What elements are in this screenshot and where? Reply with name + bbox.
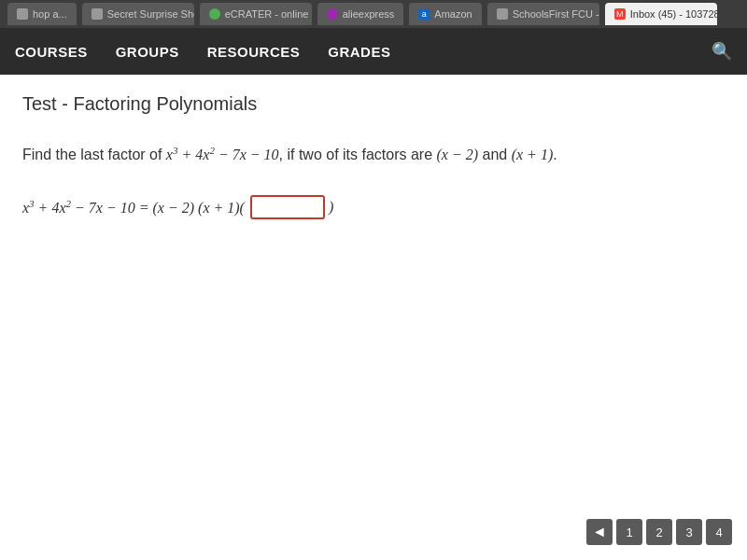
equation-row: x3 + 4x2 − 7x − 10 = (x − 2) (x + 1)( ): [22, 195, 725, 219]
tab-2-icon: [92, 8, 103, 20]
pagination: ◄ 1 2 3 4: [586, 519, 732, 545]
tab-2[interactable]: Secret Surprise Shop: [82, 3, 194, 25]
tab-1[interactable]: hop a...: [7, 3, 77, 25]
page-3-button[interactable]: 3: [676, 519, 702, 545]
nav-bar: COURSES GROUPS RESOURCES GRADES 🔍: [0, 28, 747, 75]
tab-5[interactable]: a Amazon: [409, 3, 481, 25]
nav-courses[interactable]: COURSES: [15, 44, 88, 60]
page-title: Test - Factoring Polynomials: [22, 93, 725, 115]
browser-tab-bar: hop a... Secret Surprise Shop eCRATER - …: [0, 0, 747, 28]
tab-3-icon: [209, 8, 220, 20]
main-content: Test - Factoring Polynomials Find the la…: [0, 75, 747, 560]
tab-7-icon: M: [614, 8, 626, 20]
prev-page-button[interactable]: ◄: [586, 519, 613, 545]
tab-4[interactable]: alieexpress: [317, 3, 404, 25]
page-4-button[interactable]: 4: [706, 519, 732, 545]
tab-5-icon: a: [418, 8, 430, 20]
tab-7[interactable]: M Inbox (45) - 103728...: [605, 3, 717, 25]
tab-6-icon: [497, 8, 508, 20]
question-text: Find the last factor of x3 + 4x2 − 7x − …: [22, 143, 725, 167]
math-expression: x3 + 4x2 − 7x − 10: [166, 147, 279, 162]
search-icon[interactable]: 🔍: [712, 41, 732, 62]
tab-1-icon: [17, 8, 28, 20]
tab-3[interactable]: eCRATER - online m...: [200, 3, 312, 25]
nav-groups[interactable]: GROUPS: [116, 44, 179, 60]
page-2-button[interactable]: 2: [646, 519, 672, 545]
page-1-button[interactable]: 1: [616, 519, 642, 545]
equation-close: ): [329, 199, 333, 216]
answer-input[interactable]: [250, 195, 325, 219]
nav-resources[interactable]: RESOURCES: [207, 44, 301, 60]
tab-6[interactable]: SchoolsFirst FCU -...: [487, 3, 599, 25]
nav-grades[interactable]: GRADES: [328, 44, 390, 60]
tab-4-icon: [327, 8, 338, 20]
equation-lhs: x3 + 4x2 − 7x − 10 = (x − 2) (x + 1)(: [22, 198, 245, 217]
